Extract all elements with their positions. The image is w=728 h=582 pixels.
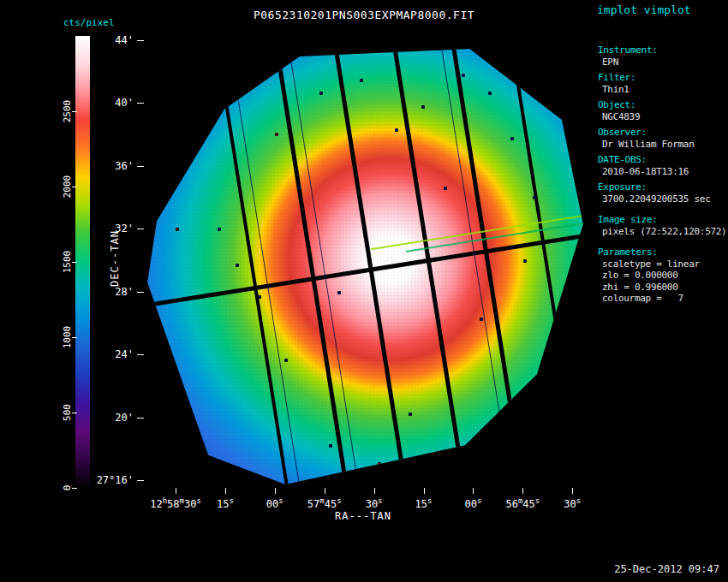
point-source (275, 133, 278, 136)
info-block: Parameters:scaletype = linearzlo = 0.000… (598, 246, 726, 305)
info-value: pixels (72:522,120:572) (598, 226, 726, 238)
info-label: Exposure: (598, 181, 726, 193)
info-label: Filter: (598, 72, 726, 84)
point-source (176, 228, 179, 231)
y-tick-label: 28' (89, 286, 134, 298)
info-block: Exposure:3700.22049200535 sec (598, 181, 726, 205)
point-source (360, 79, 363, 82)
colorbar-tick-label: 0 (62, 485, 73, 491)
point-source (329, 444, 332, 448)
info-label: Parameters: (598, 246, 726, 258)
point-source (444, 187, 447, 190)
x-tick-mark (522, 488, 523, 494)
info-value: EPN (598, 56, 726, 68)
point-source (236, 264, 239, 267)
info-block: Observer:Dr William Forman (598, 127, 726, 150)
point-source (319, 92, 323, 95)
colorbar-tick-mark (72, 262, 77, 263)
y-axis-label: DEC--TAN (109, 230, 121, 287)
point-source (510, 137, 514, 140)
y-tick-mark (137, 166, 144, 167)
y-tick-label: 24' (89, 348, 134, 360)
colorbar-tick-label: 500 (62, 404, 73, 421)
info-block: Filter:Thin1 (598, 72, 726, 95)
implot-window: { "app": { "name": "implot vimplot", "ti… (0, 0, 728, 582)
colorbar-units-label: cts/pixel (63, 17, 115, 28)
colorbar-tick-label: 1500 (62, 251, 73, 274)
info-value: NGC4839 (598, 111, 726, 123)
point-source (218, 228, 221, 231)
x-tick-label: 15s (415, 496, 433, 510)
timestamp: 25-Dec-2012 09:47 (614, 563, 719, 575)
point-source (337, 291, 341, 294)
x-tick-mark (374, 488, 375, 494)
colorbar-tick-mark (72, 111, 77, 112)
plot-title: P0652310201PNS003EXPMAP8000.FIT (137, 9, 591, 21)
header-info-panel: Instrument:EPNFilter:Thin1Object:NGC4839… (598, 45, 726, 309)
info-value: Thin1 (598, 84, 726, 96)
x-tick-label: 00s (464, 496, 481, 510)
colorbar-tick-mark (72, 337, 77, 338)
y-tick-label: 36' (89, 160, 134, 172)
exposure-map-field (144, 39, 588, 491)
info-value: zlo = 0.000000 (598, 270, 726, 282)
point-source (395, 128, 398, 132)
point-source (409, 413, 412, 416)
info-label: Object: (598, 99, 726, 111)
info-value: Dr William Forman (598, 139, 726, 151)
y-tick-label: 27°16' (89, 474, 134, 486)
x-tick-label: 00s (266, 496, 283, 510)
x-tick-label: 12h58m30s (150, 496, 201, 510)
info-label: DATE-OBS: (598, 154, 726, 166)
info-label: Image size: (598, 214, 726, 226)
y-tick-mark (137, 40, 144, 41)
x-tick-label: 15s (217, 496, 234, 510)
info-block: DATE-OBS:2010-06-18T13:16 (598, 154, 726, 177)
info-value: scaletype = linear (598, 258, 726, 270)
y-tick-mark (137, 229, 144, 229)
app-name: implot vimplot (597, 3, 691, 16)
info-block: Instrument:EPN (598, 45, 726, 68)
colorbar-tick-label: 2500 (62, 100, 73, 123)
x-tick-mark (325, 488, 325, 494)
y-tick-mark (137, 354, 144, 355)
image-plot-area (144, 39, 588, 491)
y-tick-mark (137, 103, 144, 104)
info-label: Observer: (598, 127, 726, 139)
point-sources-layer (144, 39, 588, 491)
x-tick-mark (275, 488, 276, 494)
x-tick-mark (225, 488, 226, 494)
point-source (462, 74, 465, 77)
point-source (297, 187, 301, 190)
info-block: Image size:pixels (72:522,120:572) (598, 214, 726, 237)
y-tick-mark (137, 480, 144, 481)
y-tick-label: 20' (89, 412, 134, 424)
colorbar (75, 36, 90, 488)
info-value: zhi = 0.996000 (598, 282, 726, 294)
point-source (284, 359, 288, 362)
info-label: Instrument: (598, 45, 726, 56)
x-tick-label: 30s (366, 496, 383, 510)
y-tick-mark (137, 418, 144, 419)
x-axis-label: RA---TAN (335, 510, 391, 522)
point-source (533, 196, 536, 199)
y-tick-mark (137, 292, 144, 293)
info-block: Object:NGC4839 (598, 99, 726, 122)
colorbar-tick-label: 2000 (62, 175, 73, 199)
y-tick-label: 32' (89, 223, 134, 235)
x-tick-label: 56m45s (505, 496, 540, 510)
colorbar-tick-mark (72, 187, 77, 187)
x-tick-mark (572, 488, 573, 494)
info-value: 2010-06-18T13:16 (598, 166, 726, 178)
x-tick-mark (473, 488, 474, 494)
info-value: 3700.22049200535 sec (598, 193, 726, 205)
x-tick-label: 30s (564, 496, 581, 510)
y-tick-label: 40' (89, 97, 134, 109)
colorbar-tick-label: 1000 (62, 326, 73, 349)
point-source (258, 295, 261, 299)
x-tick-mark (424, 488, 425, 494)
colorbar-tick-mark (72, 488, 77, 489)
x-tick-label: 57m45s (307, 496, 342, 510)
x-tick-mark (176, 488, 176, 494)
point-source (480, 318, 483, 321)
